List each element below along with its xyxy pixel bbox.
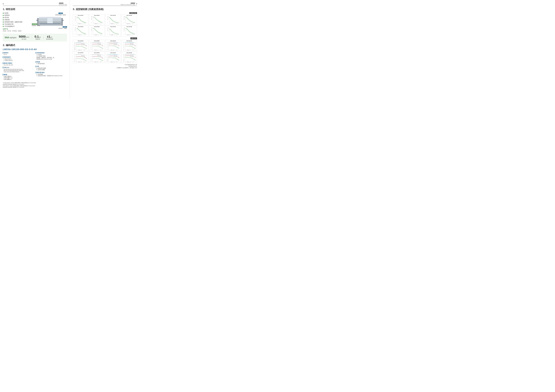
svg-text:0.5: 0.5 — [123, 48, 124, 48]
svg-text:0: 0 — [77, 24, 77, 24]
highlight-accuracy-value: ±1μm — [46, 35, 53, 38]
svg-text:40: 40 — [75, 30, 76, 31]
doc-num-left: MM16TS01-1907 — [59, 4, 67, 5]
svg-text:Load 15 kg: Load 15 kg — [82, 44, 85, 44]
svg-text:120: 120 — [75, 16, 76, 17]
svg-text:0.0: 0.0 — [91, 49, 91, 50]
svg-text:120: 120 — [91, 28, 92, 28]
highlight-accuracy: ±1μm 最佳重现精度 — [46, 35, 53, 40]
note-2: ※驱动电压为220V — [73, 65, 137, 67]
svg-text:Payload [kg]: Payload [kg] — [78, 23, 81, 24]
svg-text:800: 800 — [97, 62, 98, 62]
svg-text:40: 40 — [75, 19, 76, 20]
accel-svg-18c200: 120 80 40 0 0 10 30 50 Payload [kg] — [122, 16, 137, 24]
svg-text:60: 60 — [84, 35, 85, 36]
svg-text:Load 15 kg: Load 15 kg — [99, 44, 101, 44]
svg-text:1.5: 1.5 — [74, 56, 75, 57]
callout-bottom: 强盖板 把手设计、好搬运 — [59, 26, 67, 29]
svg-text:Load 20 kg: Load 20 kg — [131, 56, 134, 56]
ssa-brand: SSA Highlights — [5, 36, 16, 39]
feature-dot — [3, 17, 4, 18]
svg-text:5.0: 5.0 — [123, 54, 124, 55]
svg-text:40: 40 — [108, 30, 108, 31]
svg-text:800: 800 — [114, 50, 114, 50]
accel-svg-18s100: 120 80 40 20 0 0 20 40 60 Payload [kg] — [73, 16, 88, 24]
chart-accel-20c200: SSA-20C200 120 80 40 0 0 10 30 50 Payloa… — [122, 26, 137, 36]
svg-text:0: 0 — [124, 34, 124, 35]
callout-left: 铝挤底座 铝挤素材一体成形 — [32, 23, 40, 26]
svg-text:80: 80 — [75, 18, 76, 18]
svg-text:1.0: 1.0 — [107, 48, 108, 48]
svg-text:0: 0 — [124, 23, 124, 23]
svg-text:Load 1 kg: Load 1 kg — [99, 55, 101, 55]
chart-vel-20s500: SSA-20S500 2.0 1.5 1.0 0.5 0.0 0 400 800… — [89, 52, 105, 63]
feature-dot — [3, 19, 4, 20]
hiwin-logo-left: HIWIN — [59, 2, 63, 4]
note-1: ※其它重量请用内插法计算 — [73, 64, 137, 65]
enc-encoder: 编码器 G:数字光栅1μm K:数字光栅 0.1μm E:数字磁栅1μm — [3, 74, 34, 80]
applications-text: 自动化、电子业、半导体业、包装业 — [3, 30, 31, 32]
chart-vel-20c100: SSA-20C100 5.0 4.0 3.0 2.0 1.0 0.0 0 400… — [105, 52, 121, 63]
svg-text:0.0: 0.0 — [123, 49, 124, 50]
chart-vel-18c100: SSA-18C100 6.0 4.0 2.0 1.0 0.0 0 400 800… — [105, 40, 121, 51]
accel-svg-20s500: 120 80 40 0 0 20 40 60 Payload [kg] — [90, 28, 104, 36]
vel-svg-18c100: 6.0 4.0 2.0 1.0 0.0 0 400 800 1200 — [106, 42, 120, 50]
svg-rect-5 — [39, 23, 60, 24]
velocity-charts-row2: SSA-20S300 2.0 1.5 1.0 0.5 0.0 0 400 800… — [73, 52, 137, 63]
svg-text:60: 60 — [84, 24, 85, 24]
svg-text:40: 40 — [108, 19, 108, 20]
svg-text:40: 40 — [98, 35, 98, 36]
svg-text:80: 80 — [108, 18, 108, 18]
svg-text:80: 80 — [75, 29, 76, 30]
svg-text:Stroke [mm]: Stroke [mm] — [94, 62, 97, 62]
svg-text:Payload [kg]: Payload [kg] — [127, 23, 130, 24]
chart-accel-18c200: SSA-18C200 120 80 40 0 0 10 30 50 Payloa… — [122, 14, 137, 25]
svg-text:Load 1 kg: Load 1 kg — [82, 55, 85, 55]
applications-label: 应用产业 — [3, 28, 31, 30]
section1-title: 1. 特性说明 — [3, 8, 67, 11]
svg-text:3.0: 3.0 — [107, 57, 108, 58]
svg-text:0.5: 0.5 — [74, 60, 75, 60]
highlights-section: SSA Highlights 5000mm/s 最大速度 | 0.1μm 高解析… — [3, 34, 67, 41]
feature-7: 可以支援复数动子 — [3, 26, 31, 27]
svg-text:60: 60 — [117, 24, 117, 24]
chart-accel-18s200: SSA-18S200 120 80 40 0 0 20 40 60 Payloa… — [89, 14, 105, 25]
svg-text:4.0: 4.0 — [107, 44, 108, 44]
svg-rect-4 — [61, 18, 63, 26]
svg-text:Load 20 kg: Load 20 kg — [82, 56, 85, 56]
svg-text:4.0: 4.0 — [123, 56, 124, 56]
accel-charts-row1: SSA-18S100 120 80 40 20 0 0 20 40 60 — [73, 14, 137, 25]
callout-top: 上盖板 保护机台内部、高安全 — [55, 13, 66, 16]
svg-text:40: 40 — [82, 24, 82, 24]
vel-svg-18s200: 3.5 2.5 1.5 0.5 0.0 0 400 800 1200 — [90, 42, 104, 50]
right-panel: HIWIN Single-Axis Linear Motor Stage 3 3… — [70, 0, 140, 99]
highlight-resolution: 0.1μm 高解析度 — [35, 35, 41, 40]
svg-text:Load 1 kg: Load 1 kg — [82, 43, 85, 43]
svg-text:0: 0 — [76, 50, 77, 50]
svg-text:60: 60 — [117, 35, 117, 36]
svg-text:40: 40 — [124, 19, 124, 20]
vel-svg-20s500: 2.0 1.5 1.0 0.5 0.0 0 400 800 1200 — [90, 54, 104, 62]
chart-accel-18s100: SSA-18S100 120 80 40 20 0 0 20 40 60 — [73, 14, 88, 25]
encoding-layout: 宽度系列 18, 20 直线电机型式 S: 铁心式LMSA C: 无铁心U型LM… — [3, 52, 67, 81]
svg-text:4.0: 4.0 — [107, 56, 108, 56]
svg-text:50: 50 — [132, 35, 133, 36]
svg-text:0: 0 — [92, 50, 93, 50]
svg-text:1.0: 1.0 — [107, 60, 108, 61]
svg-text:5.0: 5.0 — [107, 54, 108, 55]
enc-stroke: 行程 (mm) 200,250,300,350,400,450,500,550,… — [3, 67, 34, 73]
svg-text:0.0: 0.0 — [91, 61, 91, 62]
svg-text:1.5: 1.5 — [91, 56, 91, 57]
svg-text:800: 800 — [81, 62, 82, 62]
accel-section-header: 加速度~负载 — [73, 12, 137, 14]
velocity-section-header: 速度~行程 — [73, 37, 137, 39]
svg-text:0: 0 — [126, 24, 126, 24]
enc-outer-cover: 外罩 S: 标准外罩与侧盖 N: 无外罩与侧盖 — [36, 66, 67, 71]
svg-text:40: 40 — [114, 24, 115, 24]
feature-dot — [3, 15, 4, 16]
svg-text:120: 120 — [124, 28, 125, 28]
chart-vel-20c200: SSA-20C200 5.0 4.0 3.0 2.0 1.0 0.0 0 400… — [122, 52, 137, 63]
highlight-sep2: | — [43, 36, 44, 39]
svg-text:800: 800 — [130, 62, 131, 62]
svg-text:Load 20 kg: Load 20 kg — [115, 44, 117, 44]
